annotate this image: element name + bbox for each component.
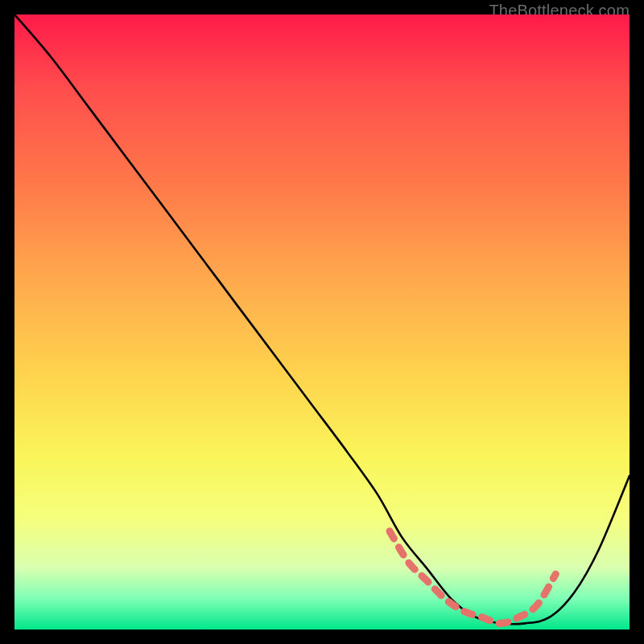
curve-svg bbox=[14, 14, 630, 630]
plot-area bbox=[14, 14, 630, 630]
bottleneck-curve-path bbox=[14, 14, 630, 624]
chart-frame: TheBottleneck.com bbox=[0, 0, 644, 644]
highlight-dash-path bbox=[390, 531, 555, 624]
